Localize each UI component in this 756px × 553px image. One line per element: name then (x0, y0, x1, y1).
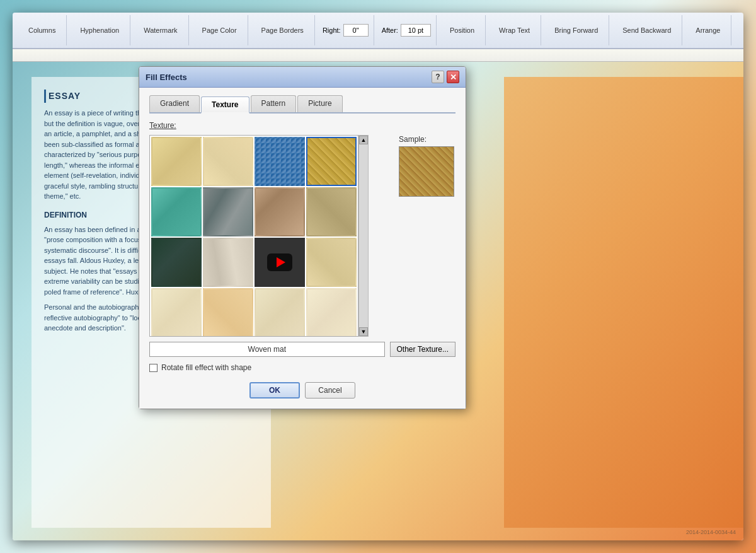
dialog-close-button[interactable]: ✕ (447, 71, 459, 83)
texture-cell-2[interactable] (203, 137, 253, 186)
dialog-help-button[interactable]: ? (432, 71, 444, 83)
wrap-text-group: Wrap Text (488, 15, 541, 45)
texture-cell-8[interactable] (306, 187, 357, 236)
dialog-buttons: OK Cancel (149, 382, 455, 399)
sample-preview (399, 146, 454, 197)
checkbox-row: Rotate fill effect with shape (149, 363, 455, 372)
texture-cell-video-placeholder (255, 238, 305, 287)
fill-effects-dialog: Fill Effects ? ✕ Gradient Texture Patter… (139, 66, 466, 409)
youtube-mini-button[interactable] (267, 253, 292, 271)
wrap-text-button[interactable]: Wrap Text (493, 25, 536, 36)
texture-cell-16[interactable] (306, 288, 357, 337)
after-label: After: (382, 26, 398, 34)
page-color-button[interactable]: Page Color (197, 25, 243, 36)
spacing-after-group: After: 10 pt (377, 15, 437, 45)
texture-cell-14[interactable] (203, 288, 253, 337)
page-color-group: Page Color (192, 15, 248, 45)
scroll-down-button[interactable]: ▼ (359, 327, 368, 336)
hyphenation-button[interactable]: Hyphenation (74, 25, 125, 36)
rotate-fill-label: Rotate fill effect with shape (161, 363, 251, 372)
texture-cell-12[interactable] (306, 238, 357, 287)
indent-right-group: Right: 0" (318, 15, 374, 45)
dialog-body: Gradient Texture Pattern Picture Texture… (139, 88, 466, 409)
after-input[interactable]: 10 pt (401, 24, 431, 37)
scroll-up-button[interactable]: ▲ (359, 136, 368, 144)
position-button[interactable]: Position (444, 25, 480, 36)
arrange-group: Arrange (685, 15, 731, 45)
texture-cell-4[interactable] (306, 137, 357, 186)
send-backward-group: Send Backward (612, 15, 682, 45)
texture-cell-15[interactable] (255, 288, 305, 337)
bring-forward-group: Bring Forward (544, 15, 609, 45)
sample-label: Sample: (399, 135, 427, 144)
youtube-mini-play-icon (277, 257, 285, 267)
texture-section: ▲ ▼ Sample: (149, 135, 455, 337)
texture-cell-5[interactable] (151, 187, 202, 236)
texture-cell-10[interactable] (203, 238, 253, 287)
sample-area: Sample: (399, 135, 455, 337)
texture-cell-6[interactable] (203, 187, 253, 236)
right-input[interactable]: 0" (343, 24, 369, 37)
dialog-titlebar: Fill Effects ? ✕ (139, 67, 466, 88)
position-group: Position (439, 15, 486, 45)
tab-pattern[interactable]: Pattern (251, 95, 297, 112)
tab-bar: Gradient Texture Pattern Picture (149, 95, 455, 114)
texture-cell-9[interactable] (151, 238, 202, 287)
texture-scrollbar[interactable]: ▲ ▼ (358, 135, 369, 337)
columns-button[interactable]: Columns (23, 25, 61, 36)
texture-grid-wrapper: ▲ ▼ (149, 135, 391, 337)
scroll-track (359, 144, 368, 327)
hyphenation-group: Hyphenation (69, 15, 130, 45)
dialog-controls: ? ✕ (432, 71, 459, 83)
ok-button[interactable]: OK (249, 382, 300, 399)
dialog-title: Fill Effects (146, 73, 187, 82)
tab-picture[interactable]: Picture (297, 95, 342, 112)
texture-cell-3[interactable] (255, 137, 305, 186)
polaroid-frame: Columns Hyphenation Watermark Page Color… (13, 13, 743, 540)
columns-group: Columns (18, 15, 67, 45)
right-label: Right: (323, 26, 341, 34)
texture-cell-13[interactable] (151, 288, 202, 337)
other-texture-button[interactable]: Other Texture... (390, 342, 455, 357)
tab-texture[interactable]: Texture (201, 96, 249, 114)
send-backward-button[interactable]: Send Backward (617, 25, 677, 36)
page-borders-group: Page Borders (251, 15, 315, 45)
ribbon-toolbar: Columns Hyphenation Watermark Page Color… (13, 13, 743, 49)
watermark-button[interactable]: Watermark (138, 25, 183, 36)
rotate-fill-checkbox[interactable] (149, 364, 158, 372)
texture-cell-7[interactable] (255, 187, 305, 236)
bring-forward-button[interactable]: Bring Forward (549, 25, 604, 36)
selection-pane-button[interactable]: Arrange (690, 25, 726, 36)
watermark-group: Watermark (133, 15, 188, 45)
texture-section-label: Texture: (149, 121, 455, 130)
texture-name-row: Other Texture... (149, 342, 455, 357)
tab-gradient[interactable]: Gradient (149, 95, 200, 112)
texture-name-input[interactable] (149, 342, 385, 357)
texture-grid-scroll-container: ▲ ▼ (149, 135, 391, 337)
texture-cell-1[interactable] (151, 137, 202, 186)
dialog-overlay: Fill Effects ? ✕ Gradient Texture Patter… (13, 47, 743, 540)
page-borders-button[interactable]: Page Borders (256, 25, 309, 36)
cancel-button[interactable]: Cancel (305, 382, 355, 399)
texture-grid (149, 135, 358, 337)
